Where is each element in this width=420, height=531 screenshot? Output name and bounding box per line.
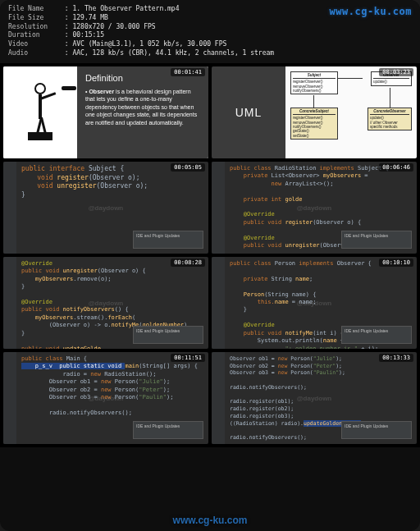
thumb-8: Observer ob1 = new Person("Julie"); Obse… [212,352,417,444]
ide-popup: IDE and Plugin Updates [341,326,412,344]
watermark-bottom: www.cg-ku.com [173,515,248,526]
ide-popup: IDE and Plugin Updates [133,421,203,439]
mi-resolution-value: 1280x720 / 30.000 FPS [72,23,155,30]
ide-popup: IDE and Plugin Updates [341,231,412,249]
thumb-2: UML Subject registerObserver() removeObs… [212,66,417,158]
mi-video-value: AVC (Main@L3.1), 1 052 kb/s, 30.000 FPS [72,40,226,48]
mi-filesize-value: 129.74 MB [72,14,107,21]
uml-diagram: Subject registerObserver() removeObserve… [285,66,417,158]
ide-popup: IDE and Plugin Updates [133,326,203,344]
timestamp-2: 00:03:23 [379,68,413,76]
ide-popup: IDE and Plugin Updates [341,421,412,439]
uml-label: UML [212,66,285,158]
timestamp-8: 00:13:33 [379,354,413,362]
mi-duration-value: 00:15:15 [72,31,104,39]
thumb-1: Definition • Observer is a behavioral de… [3,66,208,158]
timestamp-1: 00:01:41 [171,68,205,76]
timestamp-6: 00:10:10 [379,259,413,267]
mi-filename-value: 1. The Observer Pattern.mp4 [72,5,179,12]
mi-filesize-label: File Size [8,14,61,23]
thumb-3: public interface Subject { void register… [3,162,208,254]
mi-filename-label: File Name [8,5,61,14]
thumb-4: public class RadioStation implements Sub… [212,162,417,254]
thumb-6: public class Person implements Observer … [212,257,417,349]
mi-audio-value: AAC, 128 kb/s (CBR), 44.1 kHz, 2 channel… [72,49,274,57]
timestamp-7: 00:11:51 [171,354,205,362]
watermark-top: www.cg-ku.com [330,5,412,18]
thumb-5: @Override public void unregister(Observe… [3,257,208,349]
mi-resolution-label: Resolution [8,23,61,32]
mi-video-label: Video [8,40,61,49]
observer-illustration [3,66,77,158]
thumbnail-grid: Definition • Observer is a behavioral de… [0,63,420,447]
timestamp-4: 00:06:46 [379,163,413,172]
video-thumbnail-sheet: www.cg-ku.com File Name : 1. The Observe… [0,0,420,531]
media-info-header: www.cg-ku.com File Name : 1. The Observe… [0,0,420,63]
mi-audio-label: Audio [8,49,61,58]
timestamp-5: 00:08:28 [171,259,205,267]
mi-duration-label: Duration [8,31,61,40]
timestamp-3: 00:05:05 [171,163,205,172]
definition-body: • Observer is a behavioral design patter… [85,88,200,126]
thumb-7: public class Main { p_s_v public static … [3,352,208,444]
ide-popup: IDE and Plugin Updates [133,231,203,249]
